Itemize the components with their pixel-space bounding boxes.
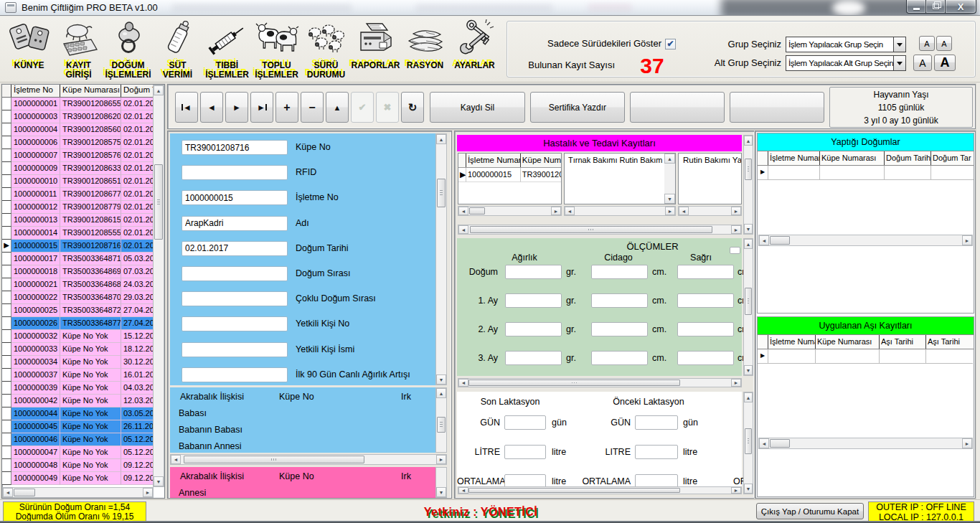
scrollbar-thumb[interactable]	[745, 159, 752, 180]
dropdown-arrow-icon[interactable]	[893, 37, 905, 52]
column-header-kupe[interactable]: Küpe Numar	[521, 154, 561, 167]
scrollbar-thumb[interactable]	[437, 417, 446, 433]
scroll-down-icon[interactable]: ▼	[664, 194, 675, 204]
scroll-left-icon[interactable]: ◄	[3, 488, 13, 497]
form-input[interactable]	[182, 291, 288, 306]
nav-insert-button[interactable]: +	[275, 92, 298, 123]
scroll-right-icon[interactable]: ►	[731, 225, 741, 234]
father-relations-vscrollbar[interactable]: ▲	[435, 387, 447, 453]
form-input[interactable]	[182, 367, 288, 382]
scrollbar-thumb[interactable]	[469, 207, 485, 215]
show-only-herd-checkbox[interactable]: ✔	[665, 39, 676, 50]
previous-lactation-input[interactable]	[635, 415, 678, 430]
scroll-right-icon[interactable]: ►	[731, 379, 741, 387]
scroll-right-icon[interactable]: ►	[962, 235, 972, 245]
table-row[interactable]: 1000000049 Küpe No Yok 09.12.20	[2, 472, 154, 485]
scroll-left-icon[interactable]: ◄	[759, 438, 769, 448]
toolbar-item-rasyon[interactable]: RASYON	[400, 18, 450, 83]
lactation-hscrollbar[interactable]: ◄ ►	[458, 486, 742, 494]
font-size-medium-button[interactable]: A	[913, 55, 932, 71]
sagri-input[interactable]	[677, 351, 734, 365]
nav-prior-button[interactable]: ◄	[200, 92, 223, 123]
treatment-memo[interactable]: Tırnak Bakımı Rutin Bakım	[564, 153, 676, 204]
table-row[interactable]: 1000000045 Küpe No Yok 26.11.20	[2, 420, 154, 433]
scroll-left-icon[interactable]: ◄	[458, 487, 468, 494]
births-empty-row[interactable]: ▶	[758, 166, 974, 180]
weight-input[interactable]	[505, 293, 562, 308]
cidago-input[interactable]	[591, 293, 648, 308]
toolbar-item-suru[interactable]: SÜRÜ DURUMU	[301, 18, 351, 83]
toolbar-item-tibbi[interactable]: TIBBİ İŞLEMLER	[202, 18, 252, 83]
nav-last-button[interactable]: ►	[250, 92, 273, 123]
scrollbar-thumb[interactable]	[470, 226, 712, 233]
cidago-input[interactable]	[591, 322, 648, 336]
table-row[interactable]: 1000000010 TR39001208651 02.01.20	[2, 175, 154, 188]
table-row[interactable]: 1000000003 TR39001208620 02.01.20	[2, 110, 154, 123]
measurements-hscrollbar[interactable]: ◄ ►	[458, 378, 742, 387]
scrollbar-thumb[interactable]	[154, 164, 163, 240]
scroll-right-icon[interactable]: ►	[551, 207, 561, 215]
health-section-vscrollbar[interactable]: ▲ ▼	[743, 135, 753, 235]
minimize-button[interactable]	[906, 0, 926, 14]
column-header-isletme[interactable]: İşletme No	[11, 85, 60, 97]
form-input[interactable]	[182, 342, 288, 357]
scroll-up-icon[interactable]: ▲	[744, 136, 753, 146]
table-row[interactable]: 1000000032 Küpe No Yok 15.12.20	[2, 330, 154, 343]
column-header-isletme[interactable]: İşletme Numar	[466, 154, 521, 167]
weight-input[interactable]	[505, 265, 562, 279]
scroll-up-icon[interactable]: ▲	[664, 154, 675, 164]
births-hscrollbar[interactable]: ◄ ►	[758, 235, 973, 246]
table-row[interactable]: 1000000033 Küpe No Yok 18.12.20	[2, 343, 154, 356]
scroll-up-icon[interactable]: ▲	[744, 392, 753, 402]
animal-grid-hscrollbar[interactable]: ◄ ►	[2, 487, 154, 498]
scroll-down-icon[interactable]: ▼	[436, 487, 446, 497]
scroll-left-icon[interactable]: ◄	[171, 455, 181, 464]
cidago-input[interactable]	[591, 265, 648, 279]
scroll-right-icon[interactable]: ►	[436, 455, 446, 464]
table-row[interactable]: 1000000007 TR39001208576 02.01.20	[2, 149, 154, 162]
table-row[interactable]: 1000000021 TR35003364868 24.03.20	[2, 278, 154, 291]
scroll-right-icon[interactable]: ►	[731, 207, 741, 215]
form-input[interactable]	[182, 266, 288, 281]
table-row[interactable]: 1000000037 Küpe No Yok 16.01.20	[2, 369, 154, 382]
relations-hscrollbar[interactable]: ◄ ►	[170, 454, 447, 465]
sagri-input[interactable]	[677, 322, 734, 336]
table-row[interactable]: 1000000034 Küpe No Yok 30.12.20	[2, 356, 154, 369]
scrollbar-thumb[interactable]	[437, 179, 446, 207]
table-row[interactable]: 1000000006 TR39001208575 02.01.20	[2, 136, 154, 149]
scrollbar-thumb[interactable]	[184, 456, 364, 463]
scroll-right-icon[interactable]: ►	[143, 488, 153, 497]
column-header[interactable]: Aşı Tarihi	[880, 335, 926, 349]
column-header[interactable]: Doğum Tar	[931, 151, 974, 165]
vaccines-hscrollbar[interactable]: ◄ ►	[758, 438, 973, 449]
nav-next-button[interactable]: ►	[225, 92, 248, 123]
form-input[interactable]	[182, 165, 288, 180]
nav-delete-button[interactable]: −	[301, 92, 324, 123]
nav-first-button[interactable]: ◄	[175, 92, 198, 123]
lactation-vscrollbar[interactable]: ▲ ▼	[743, 392, 753, 494]
column-header[interactable]: Küpe Numarası	[820, 151, 885, 165]
form-vscrollbar[interactable]: ▲ ▼	[435, 133, 447, 385]
toolbar-item-dogum[interactable]: DOĞUM İŞLEMLERİ	[103, 18, 153, 83]
table-row[interactable]: 1000000042 Küpe No Yok 12.03.20	[2, 395, 154, 407]
weight-input[interactable]	[505, 322, 562, 336]
toolbar-item-kayit-girisi[interactable]: KAYIT GİRİŞİ	[54, 18, 103, 83]
scroll-up-icon[interactable]: ▲	[154, 85, 164, 95]
scroll-down-icon[interactable]: ▼	[744, 484, 753, 494]
weight-input[interactable]	[505, 351, 562, 365]
table-row[interactable]: 1000000026 TR35003364877 27.04.20	[2, 317, 154, 330]
scrollbar-thumb[interactable]	[770, 439, 790, 448]
column-header[interactable]: İşletme Numara	[768, 151, 820, 165]
toolbar-item-ayarlar[interactable]: AYARLAR	[450, 18, 499, 83]
form-input[interactable]	[182, 216, 288, 231]
current-lactation-input[interactable]	[504, 415, 546, 430]
toolbar-item-toplu[interactable]: TOPLU İŞLEMLER	[252, 18, 301, 83]
form-input[interactable]	[182, 316, 288, 331]
column-header[interactable]: Aşı Tarihi	[926, 335, 973, 349]
sagri-input[interactable]	[677, 265, 734, 279]
column-header-dogum[interactable]: Doğum T	[121, 85, 154, 97]
health-section-hscrollbar[interactable]: ◄ ►	[458, 225, 742, 235]
column-header[interactable]: Küpe Numarası	[816, 335, 880, 349]
measurements-vscrollbar[interactable]: ▲ ▼	[743, 238, 753, 376]
scroll-left-icon[interactable]: ◄	[759, 235, 769, 245]
